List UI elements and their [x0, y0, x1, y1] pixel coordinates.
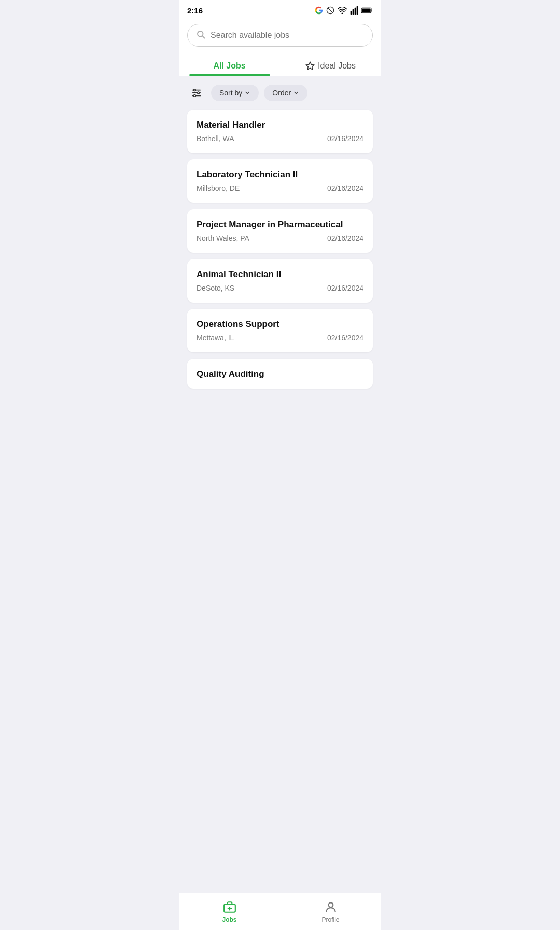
svg-rect-8 [362, 8, 371, 12]
status-bar: 2:16 [179, 0, 381, 19]
wifi-icon [338, 7, 347, 14]
job-title: Animal Technician II [197, 269, 363, 280]
status-icons [315, 6, 373, 15]
svg-point-15 [194, 89, 196, 91]
battery-icon [361, 7, 373, 14]
job-card[interactable]: Project Manager in Pharmaceutical North … [187, 209, 373, 253]
job-card-partial[interactable]: Quality Auditing [187, 359, 373, 389]
svg-rect-6 [357, 6, 358, 15]
job-location: DeSoto, KS [197, 284, 234, 292]
job-location: Bothell, WA [197, 134, 234, 143]
filter-icon[interactable] [187, 84, 206, 102]
svg-line-10 [202, 36, 204, 38]
job-card[interactable]: Operations Support Mettawa, IL 02/16/202… [187, 309, 373, 352]
search-box[interactable] [187, 24, 373, 47]
signal-icon [350, 6, 358, 15]
job-date: 02/16/2024 [327, 184, 363, 193]
star-icon [305, 61, 315, 71]
svg-marker-11 [306, 62, 314, 70]
job-title: Material Handler [197, 120, 363, 130]
svg-point-2 [342, 13, 343, 15]
svg-rect-3 [351, 11, 352, 15]
svg-rect-4 [353, 9, 354, 15]
job-date: 02/16/2024 [327, 334, 363, 342]
svg-point-17 [194, 95, 196, 97]
job-date: 02/16/2024 [327, 284, 363, 292]
job-title: Project Manager in Pharmaceutical [197, 220, 363, 230]
svg-rect-5 [355, 8, 356, 15]
job-location: Millsboro, DE [197, 184, 240, 193]
sort-by-button[interactable]: Sort by [211, 85, 259, 101]
chevron-down-icon [244, 90, 250, 96]
job-location: North Wales, PA [197, 234, 249, 242]
google-icon [315, 6, 323, 15]
tabs: All Jobs Ideal Jobs [179, 54, 381, 76]
job-title: Operations Support [197, 319, 363, 330]
status-time: 2:16 [187, 6, 203, 15]
jobs-list: Material Handler Bothell, WA 02/16/2024 … [179, 110, 381, 389]
blocked-icon [326, 6, 334, 15]
job-meta: Millsboro, DE 02/16/2024 [197, 184, 363, 193]
job-meta: North Wales, PA 02/16/2024 [197, 234, 363, 242]
job-date: 02/16/2024 [327, 134, 363, 143]
search-container [179, 19, 381, 54]
job-card[interactable]: Laboratory Technician II Millsboro, DE 0… [187, 159, 373, 203]
job-meta: Mettawa, IL 02/16/2024 [197, 334, 363, 342]
tab-ideal-jobs[interactable]: Ideal Jobs [280, 54, 381, 76]
job-card[interactable]: Animal Technician II DeSoto, KS 02/16/20… [187, 259, 373, 303]
job-date: 02/16/2024 [327, 234, 363, 242]
chevron-down-icon [293, 90, 299, 96]
job-title: Quality Auditing [197, 369, 363, 379]
job-meta: DeSoto, KS 02/16/2024 [197, 284, 363, 292]
job-card[interactable]: Material Handler Bothell, WA 02/16/2024 [187, 110, 373, 153]
tab-all-jobs[interactable]: All Jobs [179, 54, 280, 76]
job-title: Laboratory Technician II [197, 170, 363, 180]
svg-line-1 [328, 8, 332, 12]
search-input[interactable] [211, 31, 364, 40]
search-icon [196, 30, 205, 41]
order-button[interactable]: Order [264, 85, 307, 101]
svg-point-16 [198, 92, 200, 94]
job-meta: Bothell, WA 02/16/2024 [197, 134, 363, 143]
filter-row: Sort by Order [179, 76, 381, 110]
job-location: Mettawa, IL [197, 334, 234, 342]
